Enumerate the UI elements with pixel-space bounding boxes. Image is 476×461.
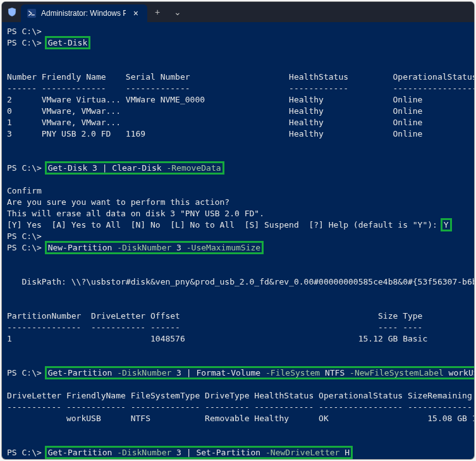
part-table-header: PartitionNumber DriveLetter Offset Size … [7, 311, 422, 321]
confirm-line: Are you sure you want to perform this ac… [7, 197, 229, 207]
disk-row: 1 VMware, VMwar... Healthy Online [7, 118, 422, 127]
disk-row: 3 PNY USB 2.0 FD 1169 Healthy Online [7, 129, 422, 138]
part-table-sep: --------------- ----------- ------ ---- … [7, 323, 422, 332]
prompt: PS C:\> [7, 368, 42, 378]
confirm-answer: Y [442, 220, 450, 230]
cmd-clear-disk: Get-Disk 3 | Clear-Disk -RemoveData [47, 163, 223, 173]
shield-icon [7, 7, 17, 17]
vol-table-header: DriveLetter FriendlyName FileSystemType … [7, 391, 472, 400]
disk-table-header: Number Friendly Name Serial Number Healt… [7, 72, 474, 82]
vol-table-sep: ----------- ------------ -------------- … [7, 402, 472, 412]
diskpath-line: DiskPath: \\?\usbstor#disk&ven_pny&prod_… [7, 277, 474, 286]
prompt: PS C:\> [7, 243, 42, 252]
prompt: PS C:\> [7, 448, 42, 457]
tab-title: Administrator: Windows Powe [41, 9, 126, 18]
prompt: PS C:\> [7, 231, 42, 241]
prompt: PS C:\> [7, 163, 42, 173]
cmd-set-partition: Get-Partition -DiskNumber 3 | Set-Partit… [47, 448, 351, 457]
cmd-new-partition: New-Partition -DiskNumber 3 -UseMaximumS… [47, 243, 262, 252]
confirm-line: This will erase all data on disk 3 "PNY … [7, 209, 264, 218]
vol-row: workUSB NTFS Removable Healthy OK 15.08 … [7, 414, 474, 423]
disk-table-sep: ------ ------------- ------------- -----… [7, 83, 474, 93]
active-tab[interactable]: Administrator: Windows Powe × [21, 4, 147, 22]
powershell-icon [27, 9, 36, 18]
powershell-window: Administrator: Windows Powe × + ⌄ PS C:\… [2, 2, 474, 459]
confirm-title: Confirm [7, 186, 42, 195]
tab-dropdown-button[interactable]: ⌄ [170, 4, 185, 20]
titlebar: Administrator: Windows Powe × + ⌄ [2, 2, 474, 22]
cmd-get-disk: Get-Disk [47, 38, 89, 47]
part-row: 1 1048576 15.12 GB Basic [7, 334, 427, 343]
prompt: PS C:\> [7, 38, 42, 47]
disk-row: 2 VMware Virtua... VMWare NVME_0000 Heal… [7, 95, 422, 104]
cmd-format-volume: Get-Partition -DiskNumber 3 | Format-Vol… [47, 368, 474, 378]
confirm-options: [Y] Yes [A] Yes to All [N] No [L] No to … [7, 220, 442, 230]
disk-row: 0 VMware, VMwar... Healthy Online [7, 106, 422, 116]
terminal-output[interactable]: PS C:\> PS C:\> Get-Disk Number Friendly… [2, 22, 474, 459]
prompt: PS C:\> [7, 27, 42, 36]
tab-close-button[interactable]: × [131, 8, 141, 19]
new-tab-button[interactable]: + [151, 4, 164, 20]
